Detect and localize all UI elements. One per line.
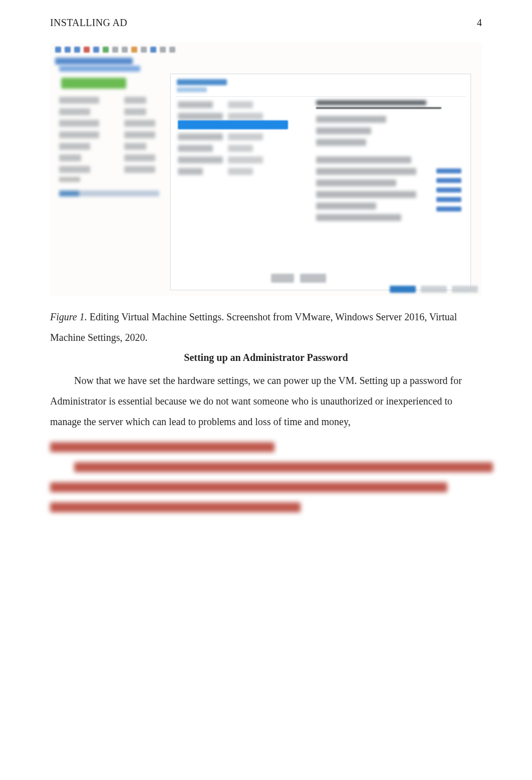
redacted-line — [50, 442, 275, 452]
screenshot-toolbar — [55, 47, 175, 53]
figure-label: Figure 1. — [50, 311, 87, 322]
toolbar-icon — [131, 47, 137, 53]
figure-caption: Figure 1. Editing Virtual Machine Settin… — [50, 307, 482, 348]
cancel-button-icon — [421, 286, 447, 293]
toolbar-icon — [65, 47, 71, 53]
screenshot-power-button — [61, 78, 126, 89]
dialog-footer-buttons — [390, 286, 478, 293]
ok-button-icon — [390, 286, 416, 293]
screenshot-tab-bar — [55, 58, 133, 65]
dialog-remove-button — [300, 274, 326, 283]
screenshot-settings-dialog — [170, 74, 471, 290]
dialog-tab — [177, 87, 207, 92]
dialog-title — [177, 79, 227, 85]
dialog-action-links — [436, 168, 461, 212]
figure-caption-text: Editing Virtual Machine Settings. Screen… — [50, 311, 457, 343]
redacted-line — [50, 482, 447, 492]
toolbar-icon — [55, 47, 61, 53]
dialog-add-button — [271, 274, 294, 283]
toolbar-icon — [160, 47, 166, 53]
screenshot-vm-name — [59, 66, 140, 72]
screenshot-description — [59, 190, 159, 197]
redacted-line — [50, 502, 301, 512]
dialog-divider — [176, 96, 465, 97]
running-head: INSTALLING AD — [50, 17, 127, 29]
redacted-line — [74, 462, 493, 472]
toolbar-icon — [169, 47, 175, 53]
page: INSTALLING AD 4 — [0, 0, 532, 780]
toolbar-icon — [103, 47, 109, 53]
toolbar-icon — [84, 47, 90, 53]
dialog-selected-row — [178, 120, 288, 129]
screenshot-hw-labels — [59, 97, 99, 177]
help-button-icon — [452, 286, 478, 293]
toolbar-icon — [93, 47, 99, 53]
screenshot-label — [59, 177, 80, 182]
toolbar-icon — [122, 47, 128, 53]
dialog-device-summary — [228, 133, 273, 179]
section-heading: Setting up an Administrator Password — [50, 352, 482, 363]
toolbar-icon — [150, 47, 156, 53]
dialog-device-list — [178, 133, 223, 179]
screenshot-hw-values — [124, 97, 164, 177]
redacted-block — [50, 442, 482, 512]
page-number: 4 — [477, 17, 482, 29]
embedded-screenshot — [50, 43, 482, 296]
toolbar-icon — [74, 47, 80, 53]
page-header: INSTALLING AD 4 — [50, 17, 482, 29]
body-paragraph: Now that we have set the hardware settin… — [50, 370, 482, 432]
toolbar-icon — [112, 47, 118, 53]
toolbar-icon — [141, 47, 147, 53]
